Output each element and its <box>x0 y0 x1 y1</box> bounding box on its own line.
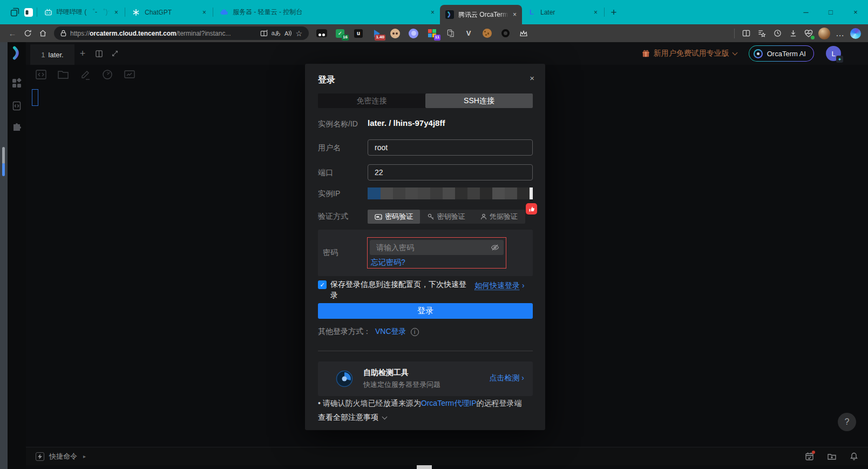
extension-v-icon[interactable]: V <box>462 26 476 41</box>
auth-credential-option[interactable]: 凭据验证 <box>473 210 525 224</box>
browser-toolbar: ← https://orcaterm.cloud.tencent.com/ter… <box>0 24 868 42</box>
code-file-icon[interactable] <box>11 100 22 111</box>
workspaces-icon[interactable] <box>8 5 22 19</box>
split-screen-icon[interactable] <box>739 26 753 41</box>
address-bar[interactable]: https://orcaterm.cloud.tencent.com/termi… <box>54 26 309 40</box>
downloads-icon[interactable] <box>786 26 800 41</box>
extension-oo-icon[interactable] <box>315 26 329 41</box>
bilibili-favicon <box>44 8 52 17</box>
refresh-icon[interactable] <box>21 26 35 41</box>
extension-pages-icon[interactable] <box>443 26 457 41</box>
tab-close-icon[interactable]: × <box>594 9 598 16</box>
terminal-cursor[interactable] <box>32 89 38 106</box>
extension-office-icon[interactable]: 11 <box>425 26 439 41</box>
detect-action-link[interactable]: 点击检测 › <box>489 373 524 383</box>
split-tab-icon[interactable] <box>260 30 268 37</box>
new-session-icon[interactable]: + <box>74 45 91 62</box>
bell-icon[interactable] <box>850 452 858 461</box>
extension-monkey-icon[interactable] <box>388 26 402 41</box>
proxy-ip-link[interactable]: OrcaTerm代理IP <box>421 399 477 407</box>
trial-promo-button[interactable]: 新用户免费试用专业版 <box>642 49 737 58</box>
port-input[interactable] <box>368 164 533 180</box>
copilot-icon[interactable] <box>849 26 863 41</box>
collections-icon[interactable] <box>755 26 769 41</box>
read-aloud-icon[interactable]: A <box>284 30 291 37</box>
extension-crown-icon[interactable] <box>517 26 531 41</box>
user-avatar[interactable]: L ✦ <box>826 46 841 61</box>
extension-o-icon[interactable] <box>498 26 512 41</box>
tab-later[interactable]: L Later × <box>522 0 603 24</box>
modal-close-icon[interactable]: × <box>530 73 534 83</box>
notification-dot <box>812 451 815 454</box>
new-tab-button[interactable]: + <box>606 4 622 21</box>
tab-orcaterm-active[interactable]: 腾讯云 OrcaTerm × <box>440 5 522 24</box>
auth-key-option[interactable]: 密钥验证 <box>420 210 472 224</box>
split-view-icon[interactable] <box>91 45 107 62</box>
save-login-checkbox[interactable]: ✓ <box>318 280 327 289</box>
tab-close-icon[interactable]: × <box>513 11 517 18</box>
session-tab-index: 1 <box>41 51 45 59</box>
rail-scroll-indicator[interactable] <box>2 147 5 164</box>
tab-separator <box>604 8 605 17</box>
profile-avatar[interactable] <box>817 26 831 41</box>
lock-icon <box>60 30 66 37</box>
file-transfer-icon[interactable] <box>827 452 837 461</box>
ip-mosaic-block <box>505 187 517 199</box>
extension-purple-app-icon[interactable] <box>406 26 421 41</box>
connection-tabs: 免密连接 SSH连接 <box>318 93 533 108</box>
tab-close-icon[interactable]: × <box>431 9 435 16</box>
info-icon[interactable]: i <box>411 328 419 336</box>
edit-icon[interactable] <box>79 68 92 81</box>
caret-right-icon[interactable]: ▸ <box>83 453 86 459</box>
window-close-button[interactable]: × <box>843 0 868 24</box>
tab-passwordless[interactable]: 免密连接 <box>318 93 425 108</box>
eye-off-icon[interactable] <box>491 243 499 252</box>
username-input[interactable] <box>368 139 533 156</box>
home-icon[interactable] <box>36 26 50 41</box>
expand-icon[interactable] <box>107 45 123 62</box>
extension-cookie-icon[interactable] <box>480 26 494 41</box>
orcaterm-ai-button[interactable]: OrcaTerm AI <box>749 45 814 62</box>
ip-mosaic-block <box>368 187 381 199</box>
translate-icon[interactable]: aあ <box>272 29 281 37</box>
more-menu-icon[interactable]: … <box>833 26 847 41</box>
performance-gauge-icon[interactable] <box>101 68 114 81</box>
quick-login-help-link[interactable]: 如何快速登录 › <box>474 281 525 291</box>
tab-bilibili[interactable]: 哔哩哔哩 ( ゜- ゜)つロ 干杯~-bilib × <box>38 0 124 24</box>
help-button[interactable]: ? <box>838 413 856 431</box>
session-tab-later[interactable]: 1 later. <box>30 44 74 65</box>
extension-u-icon[interactable]: u <box>351 26 365 41</box>
tab-lighthouse-console[interactable]: 服务器 - 轻量云 - 控制台 × <box>214 0 440 24</box>
extension-player-icon[interactable]: 1.40 <box>370 26 384 41</box>
file-manager-icon[interactable] <box>57 68 70 81</box>
login-modal: 登录 × 免密连接 SSH连接 实例名称/ID later. / lhins-9… <box>305 64 545 430</box>
login-button[interactable]: 登录 <box>318 303 533 319</box>
recommended-thumb-badge <box>526 203 537 215</box>
rail-scroll-indicator-active[interactable] <box>2 163 5 176</box>
url-text: https://orcaterm.cloud.tencent.com/termi… <box>70 30 256 37</box>
radar-icon <box>336 370 353 387</box>
plugin-puzzle-icon[interactable] <box>11 122 22 133</box>
favorite-star-icon[interactable]: ☆ <box>295 29 302 38</box>
extension-green-icon[interactable]: ✓ 16 <box>333 26 347 41</box>
tab-close-icon[interactable]: × <box>114 9 118 16</box>
window-minimize-button[interactable]: ─ <box>794 0 818 24</box>
task-calendar-icon[interactable] <box>805 452 814 461</box>
tab-chatgpt[interactable]: ChatGPT × <box>126 0 212 24</box>
window-maximize-button[interactable]: □ <box>818 0 843 24</box>
back-icon[interactable]: ← <box>5 26 19 41</box>
tab-ssh[interactable]: SSH连接 <box>425 93 533 108</box>
vnc-login-link[interactable]: VNC登录 <box>375 327 406 337</box>
view-all-notes-link[interactable]: 查看全部注意事项 <box>318 413 386 423</box>
tab-close-icon[interactable]: × <box>202 9 206 16</box>
apps-grid-icon[interactable] <box>11 78 22 89</box>
history-icon[interactable] <box>770 26 784 41</box>
password-input[interactable] <box>370 240 504 255</box>
tab-actions-icon[interactable] <box>22 5 36 19</box>
forgot-password-link[interactable]: 忘记密码? <box>371 258 405 267</box>
script-editor-icon[interactable] <box>35 68 48 81</box>
auth-password-option[interactable]: 密码验证 <box>368 210 420 224</box>
browser-essentials-icon[interactable] <box>802 26 816 41</box>
monitor-chart-icon[interactable] <box>123 68 136 81</box>
quick-command-label[interactable]: 快捷命令 <box>49 452 77 461</box>
